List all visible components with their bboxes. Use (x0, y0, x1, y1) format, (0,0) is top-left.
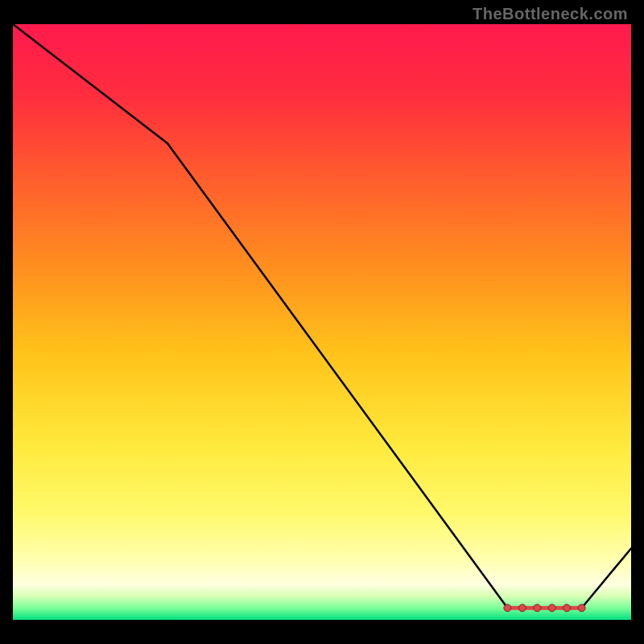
svg-point-3 (518, 605, 526, 612)
svg-point-7 (578, 605, 585, 612)
svg-point-4 (534, 605, 541, 612)
svg-point-6 (564, 605, 571, 612)
line-chart (13, 24, 631, 620)
svg-point-2 (504, 605, 511, 612)
chart-line-path (13, 24, 631, 608)
svg-point-5 (548, 605, 555, 612)
plot-area (13, 24, 631, 620)
flat-region-markers (504, 605, 585, 612)
chart-container: TheBottleneck.com (0, 0, 644, 644)
watermark-text: TheBottleneck.com (473, 5, 628, 23)
